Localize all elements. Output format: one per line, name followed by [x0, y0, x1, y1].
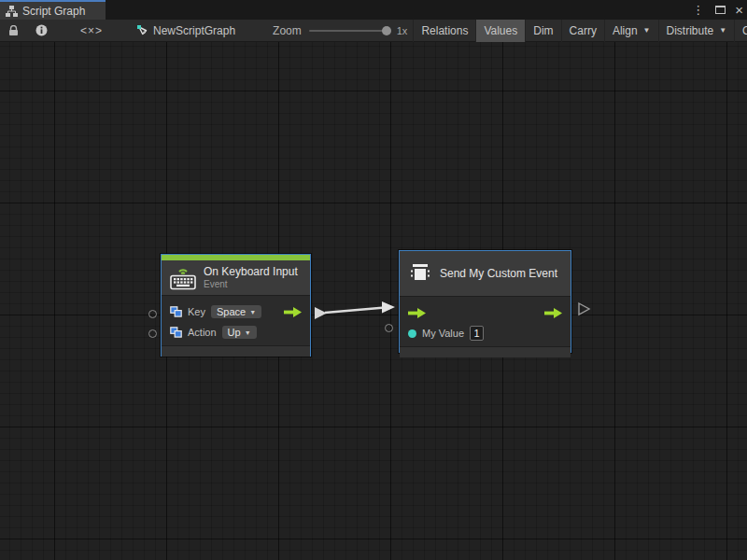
- flow-output-port[interactable]: [544, 308, 562, 318]
- tab-title: Script Graph: [22, 5, 85, 18]
- graph-asset-icon: [136, 24, 148, 36]
- keyboard-icon: [170, 266, 196, 290]
- zoom-slider-handle[interactable]: [382, 26, 391, 35]
- info-button[interactable]: [27, 20, 56, 42]
- graph-asset-button[interactable]: NewScriptGraph: [127, 20, 245, 42]
- graph-toolbar: <×> NewScriptGraph Zoom 1x Relations Val…: [0, 20, 747, 42]
- value-input-port-my-value[interactable]: [385, 324, 393, 332]
- custom-event-icon: [408, 261, 432, 286]
- node-footer: [400, 346, 571, 357]
- info-icon: [35, 24, 48, 36]
- node-title: On Keyboard Input: [204, 265, 298, 279]
- code-icon: <×>: [80, 24, 103, 37]
- value-input-port-key[interactable]: [148, 310, 157, 318]
- port-row-my-value: My Value 1: [400, 323, 571, 343]
- port-label: Key: [188, 306, 205, 317]
- node-on-keyboard-input[interactable]: On Keyboard Input Event Key Space ▼: [161, 254, 311, 357]
- tab-script-graph[interactable]: Script Graph: [0, 0, 106, 20]
- lock-button[interactable]: [0, 20, 27, 42]
- zoom-label: Zoom: [273, 24, 302, 37]
- window-tab-bar: Script Graph ⋮ ×: [0, 0, 747, 20]
- flow-continuation-port[interactable]: [577, 301, 591, 316]
- window-menu-icon[interactable]: ⋮: [690, 4, 706, 16]
- lock-icon: [8, 25, 19, 36]
- value-port-dot[interactable]: [408, 329, 416, 338]
- toolbar-button-carry[interactable]: Carry: [561, 20, 604, 42]
- my-value-input[interactable]: 1: [470, 326, 484, 341]
- graph-canvas[interactable]: On Keyboard Input Event Key Space ▼: [0, 42, 747, 560]
- flow-input-port[interactable]: [408, 308, 426, 318]
- node-body: My Value 1: [400, 297, 571, 346]
- code-preview-button[interactable]: <×>: [56, 20, 127, 42]
- toolbar-button-relations[interactable]: Relations: [413, 20, 475, 42]
- node-title: Send My Custom Event: [440, 267, 557, 281]
- node-header: On Keyboard Input Event: [162, 260, 310, 295]
- toolbar-button-distribute[interactable]: Distribute ▼: [658, 20, 735, 42]
- node-body: Key Space ▼ Action Up ▼: [162, 296, 310, 345]
- enum-icon: [170, 327, 182, 338]
- maximize-icon[interactable]: [715, 6, 726, 14]
- port-row-action: Action Up ▼: [162, 322, 310, 343]
- toolbar-button-align[interactable]: Align ▼: [604, 20, 658, 42]
- enum-icon: [170, 306, 182, 317]
- flow-output-port[interactable]: [284, 307, 302, 317]
- toolbar-toggle-buttons: Relations Values Dim Carry Align ▼ Distr…: [413, 20, 747, 42]
- port-label: Action: [188, 327, 217, 338]
- chevron-down-icon: ▼: [245, 329, 251, 336]
- toolbar-button-dim[interactable]: Dim: [525, 20, 560, 42]
- graph-asset-name: NewScriptGraph: [153, 24, 235, 37]
- close-icon[interactable]: ×: [735, 3, 743, 17]
- chevron-down-icon: ▼: [643, 26, 651, 35]
- node-send-my-custom-event[interactable]: Send My Custom Event My Value 1: [399, 250, 571, 353]
- zoom-control: Zoom 1x: [273, 24, 407, 37]
- chevron-down-icon: ▼: [719, 26, 726, 35]
- key-dropdown[interactable]: Space ▼: [211, 305, 261, 318]
- toolbar-button-values[interactable]: Values: [475, 20, 525, 42]
- node-footer: [162, 345, 310, 357]
- port-row-key: Key Space ▼: [162, 301, 310, 322]
- zoom-value: 1x: [397, 25, 408, 36]
- toolbar-button-overview[interactable]: Overview: [734, 20, 747, 42]
- port-label: My Value: [422, 328, 464, 339]
- node-subtitle: Event: [204, 279, 298, 290]
- value-input-port-action[interactable]: [148, 329, 157, 338]
- action-dropdown[interactable]: Up ▼: [222, 326, 257, 339]
- connection-wire: [0, 42, 747, 560]
- chevron-down-icon: ▼: [249, 309, 256, 315]
- node-header: Send My Custom Event: [400, 251, 571, 296]
- flow-row: [400, 302, 571, 323]
- zoom-slider[interactable]: [309, 30, 389, 32]
- window-controls: ⋮ ×: [690, 0, 743, 20]
- graph-hierarchy-icon: [6, 6, 18, 17]
